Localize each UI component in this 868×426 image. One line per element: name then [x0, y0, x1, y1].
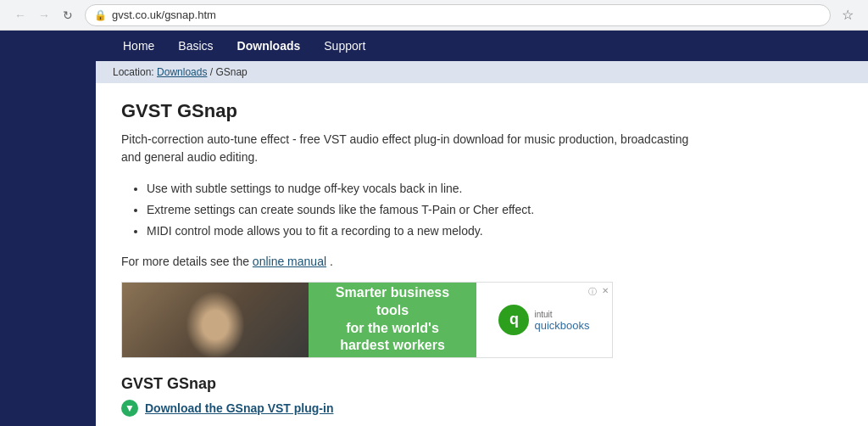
page-title: GVST GSnap [121, 100, 843, 122]
nav-downloads[interactable]: Downloads [227, 32, 311, 59]
breadcrumb-prefix: Location: [113, 66, 154, 78]
page-description: Pitch-correction auto-tune effect - free… [121, 131, 698, 166]
download-link-row: ▼ Download the GSnap VST plug-in [121, 400, 843, 417]
refresh-button[interactable]: ↻ [58, 5, 78, 25]
manual-suffix: . [330, 255, 333, 268]
qb-product-label: quickbooks [534, 319, 589, 332]
left-sidebar [0, 31, 96, 426]
nav-basics[interactable]: Basics [168, 32, 223, 59]
qb-icon: q [498, 305, 529, 335]
page-layout: Home Basics Downloads Support Location: … [0, 31, 868, 426]
nav-bar: Home Basics Downloads Support [96, 31, 868, 61]
main-area: Home Basics Downloads Support Location: … [96, 31, 868, 426]
list-item: MIDI control mode allows you to fit a re… [147, 221, 843, 242]
nav-buttons: ← → ↻ [10, 5, 78, 25]
list-item: Extreme settings can create sounds like … [147, 199, 843, 221]
ad-close-button[interactable]: ✕ [602, 286, 609, 295]
qb-brand-label: intuit [534, 310, 589, 319]
manual-text: For more details see the online manual . [121, 255, 843, 268]
lock-icon: 🔒 [94, 9, 107, 21]
nav-home[interactable]: Home [113, 32, 164, 59]
ad-middle-text: Smarter business toolsfor the world's ha… [326, 284, 459, 355]
breadcrumb-bar: Location: Downloads / GSnap [96, 61, 868, 83]
ad-banner: Smarter business toolsfor the world's ha… [121, 282, 613, 358]
address-bar[interactable]: 🔒 gvst.co.uk/gsnap.htm [85, 4, 831, 26]
ad-info-button[interactable]: ⓘ [588, 286, 597, 298]
ad-right: ⓘ ✕ q intuit quickbooks [476, 283, 612, 357]
ad-person-image [186, 291, 245, 358]
ad-middle: Smarter business toolsfor the world's ha… [309, 283, 476, 357]
qb-text-area: intuit quickbooks [534, 308, 589, 332]
download-section-title: GVST GSnap [121, 375, 843, 393]
url-text: gvst.co.uk/gsnap.htm [112, 8, 821, 21]
forward-button[interactable]: → [34, 5, 54, 25]
breadcrumb-separator: / GSnap [210, 66, 248, 78]
feature-list: Use with subtle settings to nudge off-ke… [147, 178, 843, 243]
manual-prefix: For more details see the [121, 255, 249, 268]
ad-photo [122, 283, 309, 358]
download-gsnap-link[interactable]: Download the GSnap VST plug-in [145, 401, 333, 415]
nav-support[interactable]: Support [314, 32, 376, 59]
back-button[interactable]: ← [10, 5, 31, 25]
list-item: Use with subtle settings to nudge off-ke… [147, 178, 843, 199]
content-area: GVST GSnap Pitch-correction auto-tune ef… [96, 83, 868, 426]
bookmark-button[interactable]: ☆ [837, 5, 858, 25]
quickbooks-logo: q intuit quickbooks [498, 305, 589, 335]
download-arrow-icon: ▼ [125, 403, 135, 413]
browser-chrome: ← → ↻ 🔒 gvst.co.uk/gsnap.htm ☆ [0, 0, 868, 31]
download-icon: ▼ [121, 400, 138, 417]
manual-link[interactable]: online manual [253, 255, 326, 268]
breadcrumb-downloads-link[interactable]: Downloads [157, 66, 207, 78]
